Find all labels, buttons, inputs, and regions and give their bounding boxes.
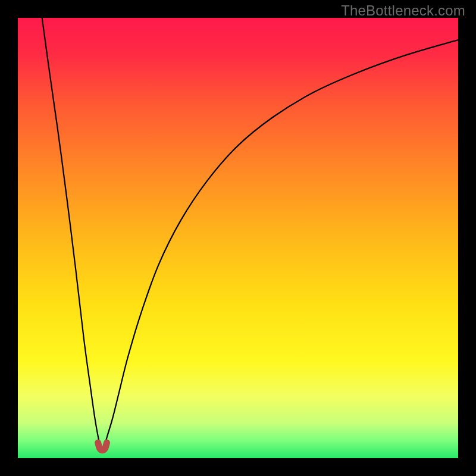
watermark-text: TheBottleneck.com [341,2,465,19]
bottleneck-chart [18,18,458,458]
chart-frame: TheBottleneck.com [0,0,476,476]
gradient-background [18,18,458,458]
